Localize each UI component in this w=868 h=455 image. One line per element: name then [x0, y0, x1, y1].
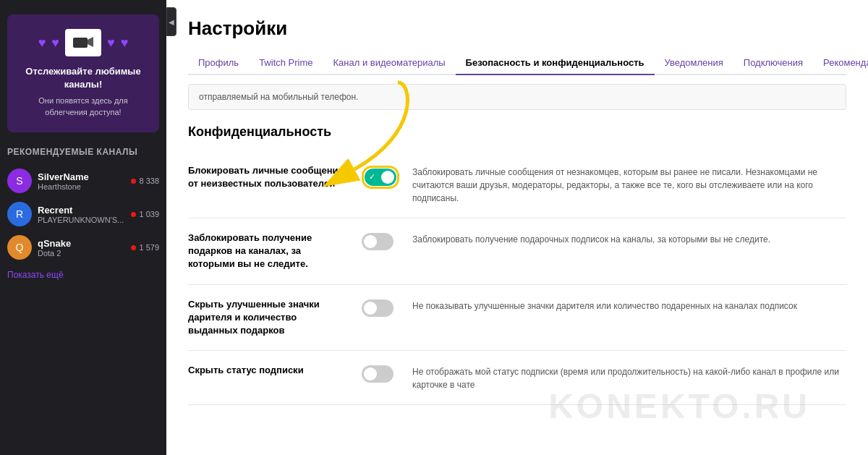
- setting-label: Скрыть статус подписки: [188, 364, 347, 377]
- list-item[interactable]: S SilverName Hearthstone 8 338: [7, 164, 159, 197]
- toggle-col: ✓: [362, 298, 398, 317]
- show-more-link[interactable]: Показать ещё: [7, 270, 64, 280]
- avatar: R: [7, 202, 32, 226]
- toggle-thumb: [364, 235, 377, 248]
- setting-description: Заблокировать получение подарочных подпи…: [412, 231, 846, 246]
- tab-notifications[interactable]: Уведомления: [655, 51, 733, 74]
- toggle-highlight-border: ✓: [362, 166, 399, 189]
- heart-icon-3: ♥: [107, 35, 115, 51]
- setting-label-col: Заблокировать получение подарков на кана…: [188, 231, 347, 271]
- toggle-hide-badges[interactable]: ✓: [362, 299, 393, 317]
- toggle-track: ✓: [362, 365, 393, 383]
- toggle-thumb: [381, 171, 394, 184]
- list-item[interactable]: R Recrent PLAYERUNKNOWN'S... 1 039: [7, 197, 159, 231]
- setting-description: Не отображать мой статус подписки (время…: [412, 364, 846, 391]
- setting-label: Скрыть улучшенные значки дарителя и коли…: [188, 298, 347, 338]
- toggle-track: ✓: [365, 169, 396, 186]
- channel-viewers: 8 338: [131, 177, 159, 185]
- toggle-track: ✓: [362, 233, 393, 250]
- tab-profile[interactable]: Профиль: [188, 51, 249, 74]
- recommended-section-title: Рекомендуемые каналы: [7, 147, 137, 157]
- tab-connections[interactable]: Подключения: [733, 51, 813, 74]
- checkmark-icon: ✓: [369, 172, 375, 182]
- top-notice: отправляемый на мобильный телефон.: [188, 84, 846, 110]
- promo-title: Отслеживайте любимые каналы!: [18, 65, 148, 91]
- channel-viewers: 1 039: [131, 210, 159, 218]
- sidebar-collapse-button[interactable]: ◀: [166, 7, 176, 36]
- tab-channel[interactable]: Канал и видеоматериалы: [323, 51, 456, 74]
- list-item[interactable]: Q qSnake Dota 2 1 579: [7, 231, 159, 264]
- setting-row-hide-subscription: Скрыть статус подписки ✓ Не отображать м…: [188, 351, 846, 405]
- settings-content: отправляемый на мобильный телефон. Конфи…: [166, 75, 868, 455]
- toggle-hide-subscription[interactable]: ✓: [362, 365, 393, 383]
- tabs-bar: Профиль Twitch Prime Канал и видеоматери…: [188, 51, 846, 75]
- channel-name: SilverName: [38, 171, 125, 182]
- setting-row-hide-badges: Скрыть улучшенные значки дарителя и коли…: [188, 285, 846, 352]
- setting-label-col: Скрыть улучшенные значки дарителя и коли…: [188, 298, 347, 338]
- channel-info: SilverName Hearthstone: [38, 171, 125, 191]
- heart-icon-2: ♥: [51, 35, 59, 51]
- live-dot: [131, 212, 136, 217]
- toggle-thumb: [364, 367, 377, 380]
- live-dot: [131, 245, 136, 250]
- avatar: S: [7, 169, 32, 193]
- setting-description: Не показывать улучшенные значки дарителя…: [412, 298, 846, 312]
- promo-subtitle: Они появятся здесь для облегчения доступ…: [18, 95, 148, 118]
- toggle-track: ✓: [362, 299, 393, 317]
- setting-description: Заблокировать личные сообщения от незнак…: [412, 164, 846, 205]
- tab-recommendations[interactable]: Рекомендации: [813, 51, 868, 74]
- setting-label-col: Блокировать личные сообщения от неизвест…: [188, 164, 347, 190]
- privacy-section-heading: Конфиденциальность: [188, 124, 846, 140]
- camera-icon: [65, 29, 101, 56]
- channel-game: PLAYERUNKNOWN'S...: [38, 216, 125, 224]
- promo-icons: ♥ ♥ ♥ ♥: [18, 29, 148, 56]
- sidebar-promo: ♥ ♥ ♥ ♥ Отслеживайте любимые каналы! Они…: [7, 14, 159, 132]
- live-dot: [131, 179, 136, 184]
- svg-marker-1: [88, 37, 93, 47]
- tab-twitch-prime[interactable]: Twitch Prime: [249, 51, 323, 74]
- heart-icon-1: ♥: [38, 35, 46, 51]
- channel-viewers: 1 579: [131, 243, 159, 252]
- page-title: Настройки: [188, 17, 846, 40]
- channel-name: qSnake: [38, 238, 125, 249]
- channel-info: Recrent PLAYERUNKNOWN'S...: [38, 205, 125, 224]
- svg-rect-0: [73, 38, 88, 48]
- toggle-thumb: [364, 302, 377, 315]
- toggle-col: ✓: [362, 231, 398, 250]
- settings-header: Настройки Профиль Twitch Prime Канал и в…: [166, 0, 868, 75]
- setting-row-block-messages: Блокировать личные сообщения от неизвест…: [188, 151, 846, 218]
- setting-label: Заблокировать получение подарков на кана…: [188, 231, 347, 271]
- avatar: Q: [7, 235, 32, 260]
- channel-game: Dota 2: [38, 249, 125, 258]
- tab-security[interactable]: Безопасность и конфиденциальность: [456, 51, 655, 75]
- toggle-col: ✓: [362, 364, 398, 383]
- toggle-col: ✓: [362, 164, 398, 189]
- channel-info: qSnake Dota 2: [38, 238, 125, 258]
- setting-label: Блокировать личные сообщения от неизвест…: [188, 164, 347, 190]
- toggle-block-gifts[interactable]: ✓: [362, 233, 393, 250]
- setting-row-block-gifts: Заблокировать получение подарков на кана…: [188, 218, 846, 285]
- heart-icon-4: ♥: [121, 35, 129, 51]
- sidebar: ◀ ♥ ♥ ♥ ♥ Отслеживайте любимые каналы! О…: [0, 0, 166, 455]
- channel-game: Hearthstone: [38, 182, 125, 191]
- setting-label-col: Скрыть статус подписки: [188, 364, 347, 377]
- main-content: Настройки Профиль Twitch Prime Канал и в…: [166, 0, 868, 455]
- channel-name: Recrent: [38, 205, 125, 216]
- toggle-block-messages[interactable]: ✓: [365, 169, 396, 186]
